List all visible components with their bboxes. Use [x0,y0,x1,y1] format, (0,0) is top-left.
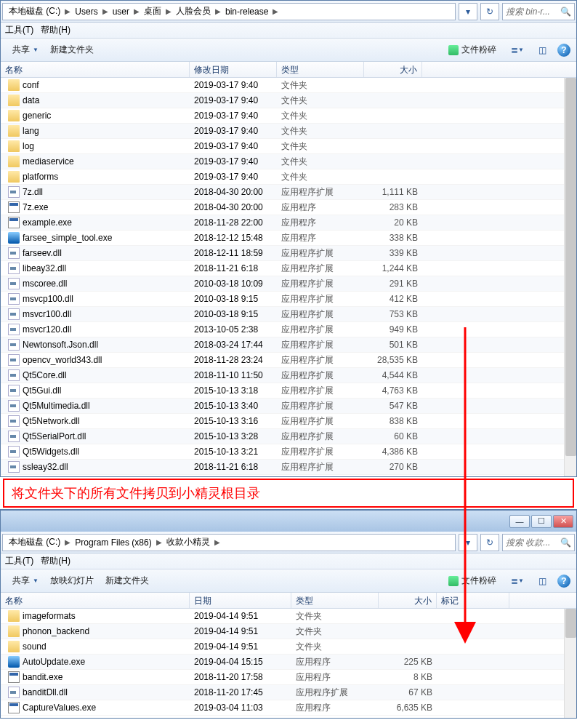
column-date[interactable]: 日期 [190,593,291,608]
column-type[interactable]: 类型 [291,593,379,608]
file-row[interactable]: CaptureValues.exe2019-03-04 11:03应用程序6,6… [1,700,576,716]
file-row[interactable]: 7z.dll2018-04-30 20:00应用程序扩展1,111 KB [1,185,576,200]
file-type-cell: 应用程序扩展 [277,247,364,260]
file-row[interactable]: platforms2019-03-17 9:40文件夹 [1,169,576,185]
file-row[interactable]: msvcr100.dll2010-03-18 9:15应用程序扩展753 KB [1,307,576,322]
menu-tools[interactable]: 工具(T) [5,555,33,567]
file-name-cell: log [4,140,190,152]
help-icon[interactable]: ? [557,575,570,588]
minimize-button[interactable]: — [509,515,530,528]
file-row[interactable]: farseev.dll2018-12-11 18:59应用程序扩展339 KB [1,246,576,261]
preview-pane-button[interactable]: ◫ [533,573,552,589]
file-row[interactable]: mediaservice2019-03-17 9:40文件夹 [1,154,576,169]
file-row[interactable]: lang2019-03-17 9:40文件夹 [1,124,576,139]
annotation-box: 将文件夹下的所有文件拷贝到小精灵根目录 [3,479,574,508]
preview-pane-button[interactable]: ◫ [533,42,552,58]
file-row[interactable]: ssleay32.dll2018-11-21 6:18应用程序扩展270 KB [1,460,576,475]
file-row[interactable]: imageformats2019-04-14 9:51文件夹 [1,609,576,624]
file-size-cell: 67 KB [379,687,437,697]
shred-button[interactable]: 文件粉碎 [443,573,502,588]
file-row[interactable]: Qt5Core.dll2018-11-10 11:50应用程序扩展4,544 K… [1,368,576,383]
search-box[interactable]: 🔍 [502,534,575,551]
file-row[interactable]: opencv_world343.dll2018-11-28 23:24应用程序扩… [1,353,576,368]
breadcrumb-segment[interactable]: 本地磁盘 (C:) [6,4,63,19]
menu-help[interactable]: 帮助(H) [41,555,70,567]
file-row[interactable]: log2019-03-17 9:40文件夹 [1,139,576,154]
file-row[interactable]: Newtonsoft.Json.dll2018-03-24 17:44应用程序扩… [1,337,576,353]
file-row[interactable]: msvcr120.dll2013-10-05 2:38应用程序扩展949 KB [1,322,576,337]
file-row[interactable]: libeay32.dll2018-11-21 6:18应用程序扩展1,244 K… [1,261,576,276]
column-size[interactable]: 大小 [379,593,437,608]
file-row[interactable]: Qt5Widgets.dll2015-10-13 3:21应用程序扩展4,386… [1,444,576,460]
file-row[interactable]: data2019-03-17 9:40文件夹 [1,93,576,108]
file-row[interactable]: phonon_backend2019-04-14 9:51文件夹 [1,624,576,639]
scrollbar-track[interactable] [564,78,576,476]
scrollbar-thumb[interactable] [565,609,576,638]
history-dropdown-button[interactable]: ▾ [459,534,477,551]
file-list[interactable]: imageformats2019-04-14 9:51文件夹phonon_bac… [1,609,576,718]
column-name[interactable]: 名称 [1,593,190,608]
column-size[interactable]: 大小 [364,62,422,77]
new-folder-button[interactable]: 新建文件夹 [100,573,155,588]
share-button[interactable]: 共享 ▼ [7,573,44,588]
file-row[interactable]: bandit.exe2018-11-20 17:58应用程序8 KB [1,670,576,685]
refresh-button[interactable]: ↻ [480,534,499,551]
file-date-cell: 2019-04-14 9:51 [190,641,291,652]
view-options-button[interactable]: ≣ ▼ [508,573,527,589]
help-icon[interactable]: ? [557,44,570,57]
file-row[interactable]: msvcp100.dll2010-03-18 9:15应用程序扩展412 KB [1,292,576,307]
breadcrumb-segment[interactable]: 桌面 [141,4,164,19]
breadcrumb[interactable]: 本地磁盘 (C:)▶Program Files (x86)▶收款小精灵▶ [2,534,456,551]
file-row[interactable]: Qt5Gui.dll2015-10-13 3:18应用程序扩展4,763 KB [1,383,576,399]
file-row[interactable]: sound2019-04-14 9:51文件夹 [1,639,576,655]
breadcrumb-segment[interactable]: Program Files (x86) [72,536,154,549]
file-row[interactable]: farsee_simple_tool.exe2018-12-12 15:48应用… [1,231,576,246]
file-row[interactable]: banditDll.dll2018-11-20 17:45应用程序扩展67 KB [1,685,576,700]
breadcrumb-segment[interactable]: 本地磁盘 (C:) [6,535,63,550]
file-list[interactable]: conf2019-03-17 9:40文件夹data2019-03-17 9:4… [1,78,576,476]
slideshow-button[interactable]: 放映幻灯片 [44,573,100,588]
history-dropdown-button[interactable]: ▾ [459,3,477,20]
file-date-cell: 2015-10-13 3:21 [190,447,277,457]
file-row[interactable]: Qt5Multimedia.dll2015-10-13 3:40应用程序扩展54… [1,399,576,414]
file-row[interactable]: generic2019-03-17 9:40文件夹 [1,108,576,124]
new-folder-button[interactable]: 新建文件夹 [44,42,100,57]
scrollbar-thumb[interactable] [565,78,576,456]
column-type[interactable]: 类型 [277,62,364,77]
column-name[interactable]: 名称 [1,62,190,77]
file-row[interactable]: mscoree.dll2010-03-18 10:09应用程序扩展291 KB [1,276,576,292]
file-row[interactable]: example.exe2018-11-28 22:00应用程序20 KB [1,215,576,231]
scrollbar-track[interactable] [564,609,576,718]
file-name-cell: CaptureValues.exe [4,702,190,713]
file-row[interactable]: conf2019-03-17 9:40文件夹 [1,78,576,93]
breadcrumb-segment[interactable]: 收款小精灵 [164,535,213,550]
menu-help[interactable]: 帮助(H) [41,24,70,36]
menu-bar: 工具(T) 帮助(H) [1,553,576,569]
share-button[interactable]: 共享 ▼ [7,42,44,57]
file-row[interactable]: AutoUpdate.exe2019-04-04 15:15应用程序225 KB [1,655,576,670]
column-tag[interactable]: 标记 [437,593,509,608]
shred-button[interactable]: 文件粉碎 [443,42,502,57]
file-name-label: data [23,95,39,105]
search-box[interactable]: 🔍 [502,3,575,20]
breadcrumb-segment[interactable]: 人脸会员 [173,4,214,19]
file-row[interactable]: Qt5SerialPort.dll2015-10-13 3:28应用程序扩展60… [1,429,576,444]
file-row[interactable]: 7z.exe2018-04-30 20:00应用程序283 KB [1,200,576,215]
search-input[interactable] [506,537,559,548]
maximize-button[interactable]: ☐ [531,515,552,528]
breadcrumb[interactable]: 本地磁盘 (C:)▶Users▶user▶桌面▶人脸会员▶bin-release… [2,3,456,20]
view-options-button[interactable]: ≣ ▼ [508,42,527,58]
breadcrumb-segment[interactable]: Users [72,5,100,18]
close-button[interactable]: ✕ [553,515,573,528]
file-name-label: farseev.dll [23,248,62,258]
file-type-cell: 应用程序扩展 [277,293,364,305]
search-input[interactable] [506,7,559,17]
file-name-label: Qt5Network.dll [23,416,80,426]
file-row[interactable]: Qt5Network.dll2015-10-13 3:16应用程序扩展838 K… [1,414,576,429]
column-date[interactable]: 修改日期 [190,62,277,77]
chevron-down-icon: ▼ [33,577,39,584]
menu-tools[interactable]: 工具(T) [5,24,33,36]
breadcrumb-segment[interactable]: bin-release [222,5,271,18]
breadcrumb-segment[interactable]: user [110,5,132,18]
refresh-button[interactable]: ↻ [480,3,499,20]
